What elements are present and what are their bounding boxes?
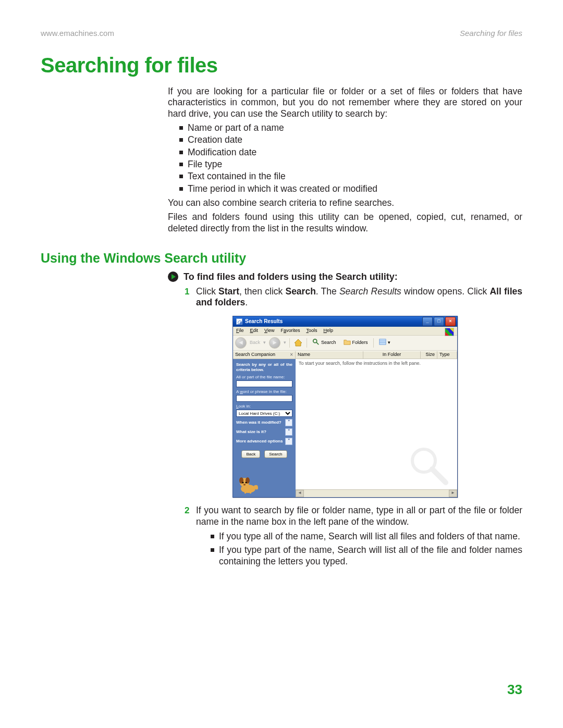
search-dog-icon (237, 473, 259, 494)
back-label: Back (250, 340, 260, 346)
search-results-window: Search Results _ □ × File Edit View Favo… (232, 316, 458, 498)
play-icon (168, 272, 178, 282)
intro-paragraph: If you are looking for a particular file… (168, 86, 522, 119)
lookin-select[interactable]: Local Hard Drives (C:) (236, 410, 292, 417)
magnify-icon (312, 338, 320, 347)
results-pane: To start your search, follow the instruc… (296, 359, 457, 497)
list-item: File type (179, 159, 522, 170)
list-item: Time period in which it was created or m… (179, 183, 522, 194)
up-button[interactable] (293, 338, 303, 348)
titlebar: Search Results _ □ × (233, 316, 457, 327)
search-companion-pane: Search by any or all of the criteria bel… (233, 359, 296, 497)
label-word: A word or phrase in the file: (236, 389, 292, 394)
list-item: Text contained in the file (179, 171, 522, 182)
menu-help[interactable]: Help (323, 328, 333, 334)
col-in-folder[interactable]: In Folder (363, 351, 421, 359)
search-pane-button[interactable]: Search (264, 450, 287, 458)
results-tip: To start your search, follow the instruc… (296, 359, 457, 368)
svg-line-15 (432, 469, 446, 483)
phrase-input[interactable] (236, 395, 292, 402)
col-search-companion: Search Companion (235, 352, 275, 357)
views-icon (379, 338, 386, 347)
menu-tools[interactable]: Tools (306, 328, 317, 334)
step-1: Click Start, then click Search. The Sear… (185, 286, 522, 498)
magnify-watermark-icon (408, 445, 450, 487)
list-item: Name or part of a name (179, 122, 522, 133)
list-item: Creation date (179, 134, 522, 145)
menubar: File Edit View Favorites Tools Help (233, 327, 457, 335)
svg-rect-2 (379, 339, 385, 345)
header-section: Searching for files (460, 29, 522, 39)
toolbar: ◄ Back ▾ ► ▾ (233, 336, 457, 351)
menu-view[interactable]: View (264, 328, 274, 334)
expander-size[interactable]: What size is it? (236, 429, 266, 435)
svg-line-1 (316, 342, 319, 344)
procedure-title: To find files and folders using the Sear… (183, 271, 398, 283)
menu-favorites[interactable]: Favorites (280, 328, 300, 334)
list-item: If you type all of the name, Search will… (211, 531, 522, 542)
col-name[interactable]: Name (296, 351, 363, 359)
chevron-down-icon[interactable]: ˅ (285, 428, 292, 436)
close-pane-icon[interactable]: × (290, 352, 293, 359)
col-type[interactable]: Type (437, 351, 457, 359)
svg-point-11 (243, 484, 246, 486)
criteria-list: Name or part of a name Creation date Mod… (168, 122, 522, 194)
list-item: Modification date (179, 147, 522, 158)
combine-paragraph: You can also combine search criteria to … (168, 198, 522, 208)
expander-advanced[interactable]: More advanced options (236, 439, 283, 444)
back-button[interactable]: ◄ (235, 337, 247, 349)
step-2: If you want to search by file or folder … (185, 505, 522, 567)
folders-toolbar-button[interactable]: Folders (341, 337, 370, 348)
header-url: www.emachines.com (41, 29, 114, 39)
list-item: If you type part of the name, Search wil… (211, 545, 522, 567)
window-title: Search Results (245, 318, 283, 325)
results-paragraph: Files and folders found using this utili… (168, 212, 522, 234)
filename-input[interactable] (236, 380, 292, 387)
svg-point-9 (242, 482, 244, 484)
scroll-right-icon[interactable]: ► (449, 490, 457, 497)
chevron-down-icon[interactable]: ˅ (285, 438, 292, 445)
svg-point-0 (313, 339, 317, 343)
label-lookin: Look in: (236, 404, 292, 409)
page-number: 33 (507, 681, 522, 698)
chevron-down-icon[interactable]: ˅ (285, 419, 292, 426)
page-title: Searching for files (41, 52, 217, 78)
search-toolbar-button[interactable]: Search (310, 337, 338, 348)
minimize-button[interactable]: _ (422, 317, 433, 326)
forward-button[interactable]: ► (269, 337, 280, 349)
views-toolbar-button[interactable]: ▾ (377, 337, 393, 348)
section-heading: Using the Windows Search utility (41, 250, 246, 266)
column-headers: Search Companion × Name In Folder Size T… (233, 351, 457, 360)
horizontal-scrollbar[interactable]: ◄ ► (296, 489, 457, 497)
menu-file[interactable]: File (236, 328, 244, 334)
maximize-button[interactable]: □ (434, 317, 444, 326)
search-window-icon (236, 318, 242, 325)
svg-rect-12 (250, 490, 251, 493)
svg-point-10 (246, 482, 247, 484)
svg-rect-13 (244, 490, 246, 493)
scroll-left-icon[interactable]: ◄ (296, 490, 304, 497)
windows-flag-icon (445, 328, 454, 336)
pane-heading: Search by any or all of the criteria bel… (236, 362, 292, 373)
back-pane-button[interactable]: Back (241, 450, 260, 458)
menu-edit[interactable]: Edit (250, 328, 259, 334)
label-filename: All or part of the file name: (236, 375, 292, 380)
folders-icon (344, 338, 351, 347)
col-size[interactable]: Size (421, 351, 437, 359)
close-button[interactable]: × (445, 317, 456, 326)
expander-modified[interactable]: When was it modified? (236, 420, 282, 425)
